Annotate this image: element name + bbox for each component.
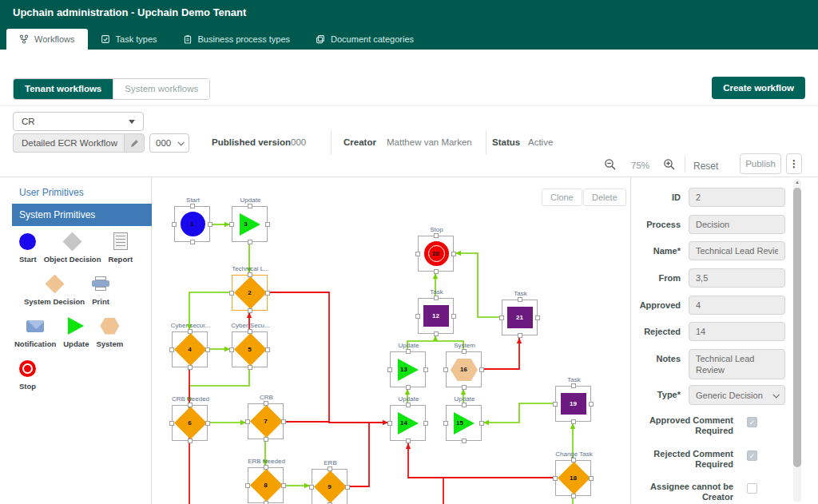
tab-business-process-types[interactable]: Business process types	[170, 29, 304, 50]
zoom-in-icon[interactable]	[663, 158, 676, 171]
port[interactable]	[571, 383, 576, 388]
workflow-node-8[interactable]: ERB Needed8	[248, 467, 284, 503]
port[interactable]	[406, 439, 411, 443]
system-primitives-group[interactable]: System Primitives	[12, 204, 152, 226]
port[interactable]	[462, 349, 467, 354]
port[interactable]	[248, 240, 252, 244]
checkbox-assignee-cannot-be-creator[interactable]	[747, 483, 757, 494]
workflow-node-9[interactable]: ERB9	[312, 469, 347, 504]
clone-button[interactable]: Clone	[542, 189, 582, 206]
tab-document-categories[interactable]: Document categories	[303, 29, 427, 50]
port[interactable]	[423, 367, 428, 372]
delete-button[interactable]: Delete	[583, 189, 626, 206]
field-notes[interactable]	[689, 349, 785, 379]
system-workflows-button[interactable]: System workflows	[113, 79, 209, 99]
port[interactable]	[462, 403, 467, 407]
port[interactable]	[571, 494, 576, 498]
port[interactable]	[434, 296, 439, 300]
port[interactable]	[265, 291, 270, 296]
palette-item-print[interactable]: Print	[92, 274, 109, 306]
port[interactable]	[434, 331, 439, 336]
port[interactable]	[205, 421, 210, 426]
port[interactable]	[553, 476, 558, 481]
reset-button[interactable]: Reset	[693, 161, 718, 172]
port[interactable]	[571, 458, 576, 462]
port[interactable]	[248, 272, 252, 277]
create-workflow-button[interactable]: Create workflow	[712, 77, 805, 99]
port[interactable]	[281, 419, 286, 424]
port[interactable]	[172, 222, 177, 227]
port[interactable]	[462, 439, 467, 443]
port[interactable]	[188, 365, 193, 370]
field-type[interactable]: Generic Decision	[689, 385, 785, 405]
port[interactable]	[248, 204, 252, 208]
field-rejected[interactable]	[689, 322, 785, 341]
port[interactable]	[589, 476, 594, 481]
workflow-node-2[interactable]: Technical L...2	[232, 275, 268, 311]
port[interactable]	[406, 403, 411, 407]
port[interactable]	[190, 204, 195, 208]
port[interactable]	[248, 365, 252, 370]
port[interactable]	[553, 402, 558, 407]
port[interactable]	[281, 483, 286, 488]
field-id[interactable]	[689, 188, 785, 207]
port[interactable]	[571, 419, 576, 424]
port[interactable]	[387, 367, 392, 372]
port[interactable]	[264, 437, 268, 442]
palette-item-notification[interactable]: Notification	[14, 316, 56, 348]
port[interactable]	[245, 483, 250, 488]
port[interactable]	[229, 291, 234, 296]
palette-item-system-decision[interactable]: System Decision	[24, 274, 85, 306]
workflow-node-7[interactable]: CRB7	[248, 403, 284, 439]
workflow-node-12[interactable]: Task12	[418, 298, 454, 334]
edit-name-button[interactable]	[124, 133, 145, 153]
workflow-node-21[interactable]: Task21	[502, 300, 538, 335]
palette-item-system[interactable]: System	[96, 316, 123, 348]
port[interactable]	[479, 421, 484, 426]
port[interactable]	[406, 385, 411, 390]
port[interactable]	[169, 347, 174, 352]
port[interactable]	[188, 403, 193, 407]
port[interactable]	[245, 419, 250, 424]
zoom-out-icon[interactable]	[604, 158, 617, 171]
port[interactable]	[264, 465, 268, 470]
scrollbar-thumb[interactable]	[793, 188, 801, 467]
publish-button[interactable]: Publish	[740, 153, 781, 174]
port[interactable]	[264, 401, 268, 406]
workflow-canvas[interactable]: Start1Update3Technical L...2Cyber secur.…	[152, 177, 631, 504]
workflow-type-select[interactable]: CR	[13, 112, 144, 131]
workflow-node-5[interactable]: Cyber Secu...5	[232, 331, 268, 367]
field-process[interactable]	[689, 215, 785, 234]
workflow-node-6[interactable]: CRB Needed6	[172, 405, 208, 441]
palette-item-stop[interactable]: Stop	[19, 359, 36, 391]
workflow-node-13[interactable]: Update13	[390, 351, 426, 387]
workflow-node-19[interactable]: Task19	[555, 386, 591, 422]
port[interactable]	[328, 466, 332, 471]
port[interactable]	[535, 315, 540, 320]
version-select[interactable]: 000	[149, 133, 189, 153]
port[interactable]	[462, 385, 467, 390]
port[interactable]	[265, 222, 270, 227]
port[interactable]	[309, 485, 314, 490]
port[interactable]	[205, 347, 210, 352]
workflow-node-1[interactable]: Start1	[174, 206, 210, 242]
port[interactable]	[387, 421, 392, 426]
port[interactable]	[451, 252, 456, 256]
field-name[interactable]	[689, 241, 785, 260]
port[interactable]	[265, 347, 270, 352]
port[interactable]	[423, 421, 428, 426]
port[interactable]	[248, 308, 252, 313]
workflow-node-4[interactable]: Cyber secur...4	[172, 331, 208, 367]
port[interactable]	[229, 222, 234, 227]
workflow-node-16[interactable]: System16	[446, 351, 482, 387]
tab-task-types[interactable]: Task types	[88, 29, 170, 50]
port[interactable]	[229, 347, 234, 352]
port[interactable]	[345, 485, 350, 490]
workflow-node-18[interactable]: Change Task18	[555, 460, 591, 496]
workflow-node-3[interactable]: Update3	[232, 206, 268, 242]
port[interactable]	[518, 297, 522, 302]
port[interactable]	[188, 439, 193, 443]
port[interactable]	[443, 367, 448, 372]
port[interactable]	[169, 421, 174, 426]
port[interactable]	[190, 240, 195, 244]
